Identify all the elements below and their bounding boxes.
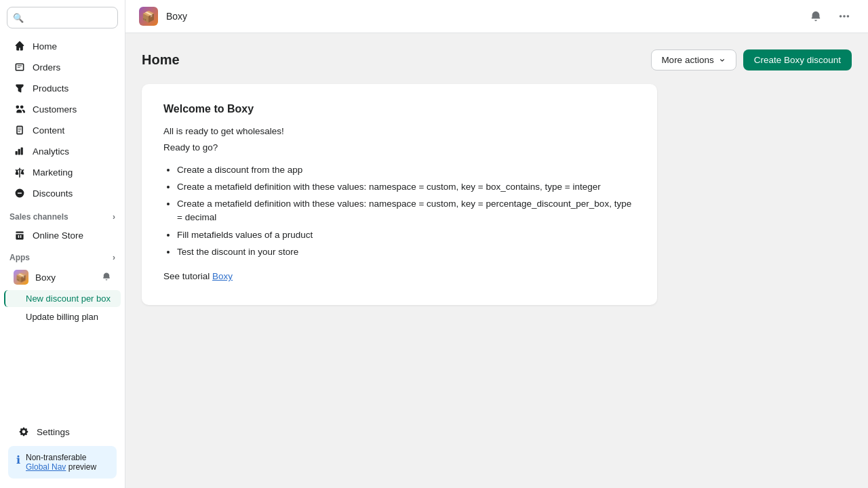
main-nav: Home Orders Products Customers Content: [0, 34, 125, 205]
sidebar-item-boxy-label: Boxy: [35, 272, 56, 283]
sidebar-item-marketing-label: Marketing: [33, 167, 73, 178]
tutorial-link[interactable]: Boxy: [212, 271, 233, 281]
sidebar: 🔍 Home Orders Products Customers: [0, 0, 125, 488]
sidebar-item-settings[interactable]: Settings: [8, 422, 117, 442]
apps-label: Apps: [9, 253, 30, 262]
page-title: Home: [142, 52, 180, 68]
sidebar-item-customers-label: Customers: [33, 104, 77, 115]
welcome-heading: Welcome to Boxy: [163, 103, 635, 115]
welcome-step-2: Create a metafield definition with these…: [177, 180, 635, 194]
orders-icon: [14, 61, 26, 73]
sidebar-item-home[interactable]: Home: [4, 36, 121, 56]
welcome-line2: Ready to go?: [163, 141, 635, 155]
online-store-icon: [14, 229, 26, 241]
sidebar-item-home-label: Home: [33, 41, 57, 52]
welcome-steps-list: Create a discount from the app Create a …: [177, 163, 635, 260]
topbar: 📦 Boxy: [125, 0, 868, 33]
sidebar-item-new-discount-label: New discount per box: [26, 293, 111, 304]
content-area: Home More actions Create Boxy discount W…: [125, 33, 868, 488]
analytics-icon: [14, 145, 26, 157]
bottom-section: Settings ℹ Non-transferable Global Nav p…: [0, 415, 125, 488]
sidebar-item-online-store-label: Online Store: [33, 230, 83, 241]
search-input[interactable]: [28, 13, 112, 23]
sidebar-item-orders[interactable]: Orders: [4, 57, 121, 77]
content-icon: [14, 124, 26, 136]
sidebar-item-boxy[interactable]: 📦 Boxy: [4, 266, 121, 289]
sidebar-item-online-store[interactable]: Online Store: [4, 225, 121, 245]
welcome-step-5: Test the discount in your store: [177, 245, 635, 259]
create-discount-label: Create Boxy discount: [754, 55, 841, 65]
apps-section: Apps ›: [0, 246, 125, 265]
welcome-step-4: Fill metafields values of a pruduct: [177, 228, 635, 242]
sidebar-item-products-label: Products: [33, 83, 68, 94]
sidebar-item-analytics[interactable]: Analytics: [4, 141, 121, 161]
more-actions-button[interactable]: More actions: [651, 49, 736, 70]
products-icon: [14, 82, 26, 94]
sidebar-item-products[interactable]: Products: [4, 78, 121, 98]
topbar-bell-button[interactable]: [806, 7, 826, 25]
sidebar-item-customers[interactable]: Customers: [4, 99, 121, 119]
sidebar-item-new-discount-per-box[interactable]: New discount per box: [4, 290, 121, 307]
welcome-step-3: Create a metafield definition with these…: [177, 197, 635, 225]
sidebar-item-analytics-label: Analytics: [33, 146, 69, 157]
page-header: Home More actions Create Boxy discount: [142, 49, 852, 70]
discounts-icon: [14, 187, 26, 199]
sidebar-item-marketing[interactable]: Marketing: [4, 162, 121, 182]
search-box[interactable]: 🔍: [7, 7, 118, 28]
welcome-card: Welcome to Boxy All is ready to get whol…: [142, 84, 657, 305]
sidebar-item-update-billing-plan[interactable]: Update billing plan: [4, 308, 121, 325]
sidebar-item-orders-label: Orders: [33, 62, 60, 73]
settings-icon: [18, 426, 30, 438]
sidebar-item-content-label: Content: [33, 125, 64, 136]
apps-chevron[interactable]: ›: [113, 253, 115, 262]
sidebar-item-content[interactable]: Content: [4, 120, 121, 140]
search-icon: 🔍: [13, 13, 24, 23]
info-icon: ℹ: [16, 453, 20, 466]
welcome-line1: All is ready to get wholesales!: [163, 125, 635, 138]
customers-icon: [14, 103, 26, 115]
topbar-more-button[interactable]: [834, 7, 854, 25]
boxy-bell-icon[interactable]: [102, 272, 111, 283]
notification-banner: ℹ Non-transferable Global Nav preview: [8, 446, 117, 479]
more-actions-label: More actions: [661, 55, 713, 65]
app-logo: 📦: [139, 7, 158, 26]
sidebar-item-settings-label: Settings: [37, 427, 70, 437]
sidebar-item-discounts[interactable]: Discounts: [4, 183, 121, 203]
home-icon: [14, 40, 26, 52]
create-boxy-discount-button[interactable]: Create Boxy discount: [743, 49, 852, 70]
notification-text: Non-transferable Global Nav preview: [26, 453, 96, 472]
tutorial-text: See tutorial Boxy: [163, 270, 635, 283]
sidebar-item-discounts-label: Discounts: [33, 188, 73, 199]
sidebar-item-update-billing-label: Update billing plan: [26, 312, 98, 322]
welcome-step-1: Create a discount from the app: [177, 163, 635, 177]
global-nav-link[interactable]: Global Nav: [26, 462, 66, 472]
sales-channels-label: Sales channels: [9, 212, 68, 222]
sales-channels-section: Sales channels ›: [0, 205, 125, 224]
header-actions: More actions Create Boxy discount: [651, 49, 852, 70]
sales-channels-chevron[interactable]: ›: [113, 212, 115, 222]
topbar-app-name: Boxy: [166, 11, 187, 22]
marketing-icon: [14, 166, 26, 178]
main-area: 📦 Boxy Home More actions Create Boxy dis…: [125, 0, 868, 488]
boxy-app-icon: 📦: [14, 270, 28, 285]
